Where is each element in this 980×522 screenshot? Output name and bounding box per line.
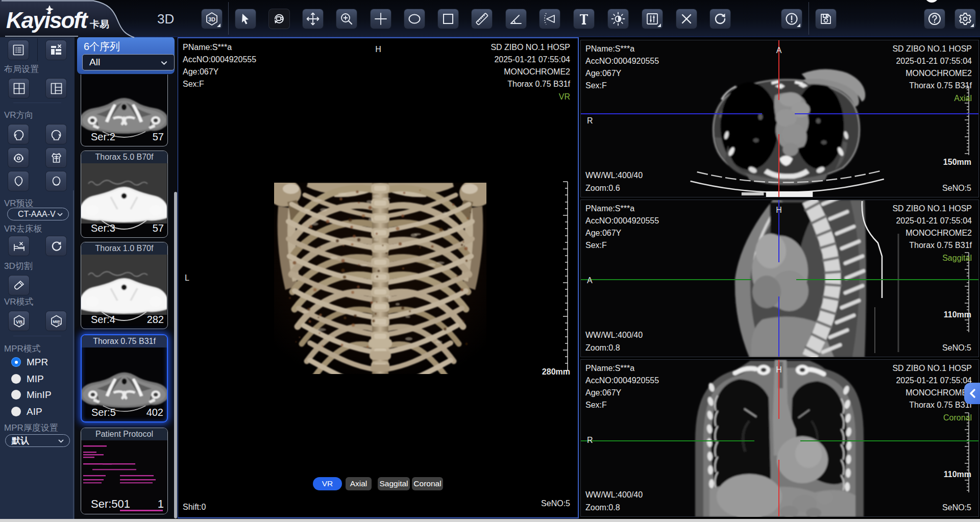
svg-text:卡易: 卡易 [89, 19, 109, 30]
svg-text:Kayisoft: Kayisoft [6, 8, 89, 33]
svg-text:3D: 3D [208, 16, 215, 22]
